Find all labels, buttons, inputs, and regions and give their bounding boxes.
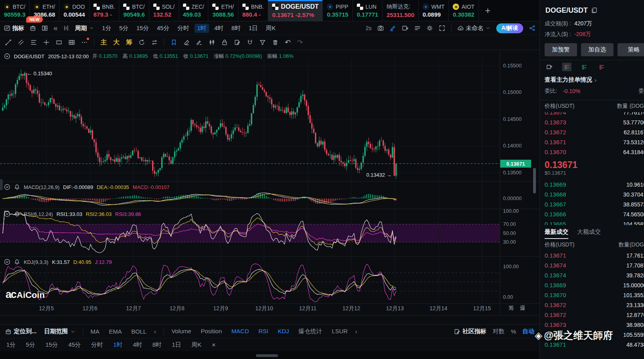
alert-bell-icon[interactable] — [14, 211, 20, 217]
alert-bell-icon[interactable] — [14, 259, 20, 265]
timeframe-button[interactable]: 4时 — [211, 24, 226, 33]
ask-row[interactable]: 0.1367262.81167 — [545, 127, 644, 137]
trades-tab[interactable]: 大额成交 — [577, 228, 601, 236]
gear-icon[interactable] — [427, 25, 433, 31]
ask-row[interactable]: 0.1367353.77700 — [545, 117, 644, 127]
add-panel-icon[interactable] — [545, 63, 554, 71]
ticker-tab[interactable]: BNB.879.3 - — [89, 0, 119, 21]
ticker-tab[interactable]: SOL/132.52 — [149, 0, 179, 21]
trade-row[interactable]: 0.1367117.7612 — [545, 250, 644, 260]
horizontal-scrollbar-thumb[interactable] — [256, 354, 278, 357]
log-scale-button[interactable]: 对数 — [493, 328, 505, 335]
ask-row[interactable]: 0.1367064.31846 — [545, 147, 644, 157]
rewind-icon[interactable]: « — [53, 24, 58, 32]
bottom-timeframe-tab[interactable]: 45分 — [68, 341, 81, 349]
period-dropdown[interactable]: 周期 — [75, 25, 94, 32]
collapse-chevron-icon[interactable] — [4, 211, 10, 217]
cross-line-icon[interactable] — [43, 39, 50, 46]
ma-more-chevron[interactable]: › — [154, 328, 156, 335]
bid-row[interactable]: 0.1366738.85573 — [545, 199, 644, 209]
bottom-timeframe-tab[interactable]: 周K — [191, 341, 201, 349]
ticker-tab[interactable]: BTC/90549.6 — [119, 0, 149, 21]
trades-list[interactable]: 0.1367117.76120.1367417.70870.1367439.78… — [540, 250, 644, 353]
timeframe-button[interactable]: 8时 — [229, 24, 243, 33]
collapse-chevron-icon[interactable] — [4, 259, 10, 265]
rectangle-tool-icon[interactable] — [56, 39, 62, 46]
copy-icon[interactable] — [591, 7, 597, 13]
grid-tool-icon[interactable] — [69, 39, 75, 46]
candle-tool-icon[interactable] — [209, 39, 215, 46]
liq-axis-label[interactable]: 爆 — [520, 305, 526, 312]
trade-row[interactable]: 0.1367338.9808 — [545, 320, 644, 330]
bottom-timeframe-tab[interactable]: 1分 — [6, 341, 15, 349]
ticker-tab[interactable]: BNB.880.4 - — [238, 0, 268, 21]
undo-icon[interactable]: ↶ — [285, 38, 291, 47]
bottom-timeframe-tab[interactable]: 分时 — [91, 341, 103, 349]
trade-row[interactable]: 0.1367223.1330 — [545, 300, 644, 310]
ticker-tab[interactable]: ◆BTC/90559.3 — [0, 0, 29, 21]
magnet-icon[interactable] — [247, 39, 253, 46]
bottom-timeframe-tab[interactable]: 4时 — [133, 341, 142, 349]
sub-indicator-button[interactable]: MACD — [231, 328, 249, 335]
indicator-button[interactable]: 指标 — [4, 25, 24, 32]
community-indicator-button[interactable]: 社区指标 — [454, 328, 486, 335]
timeframe-button[interactable]: 1时 — [194, 24, 209, 33]
ma-overlay-button[interactable]: BOLL — [131, 328, 147, 335]
bottom-timeframe-tab[interactable]: 15分 — [46, 341, 58, 349]
date-range-dropdown[interactable]: 日期范围 — [44, 328, 75, 335]
alert-bell-icon[interactable] — [14, 184, 20, 190]
ticker-tab[interactable]: ◆DOO0.00544 — [59, 0, 89, 21]
timeframe-button[interactable]: 5分 — [116, 24, 131, 33]
ticker-tab[interactable]: LUN0.17771 — [352, 0, 382, 21]
split-layout-icon[interactable] — [42, 25, 48, 31]
ticker-tab[interactable]: 纳斯达克:25311.500 — [382, 0, 418, 21]
trade-row[interactable]: 0.1366915.00000 — [545, 280, 644, 290]
trade-row[interactable]: 0.13670101.3552 — [545, 290, 644, 300]
bids-list[interactable]: 0.1366910.96160.1366830.370410.1366738.8… — [540, 180, 644, 225]
timeframe-button[interactable]: 1日 — [246, 24, 261, 33]
more-tools-icon[interactable] — [81, 39, 88, 46]
chart-scrollbar-thumb[interactable] — [533, 168, 536, 193]
fullscreen-icon[interactable] — [439, 25, 445, 31]
bookmark-icon[interactable] — [171, 39, 177, 46]
sub-indicator-button[interactable]: Position — [201, 328, 222, 335]
bid-row[interactable]: 0.1366674.56508 — [545, 209, 644, 219]
percent-scale-button[interactable]: % — [511, 328, 516, 335]
timeframe-button[interactable]: 45分 — [154, 24, 172, 33]
bottom-timeframe-tab[interactable]: 8时 — [152, 341, 162, 349]
book-bids-icon[interactable] — [579, 63, 589, 71]
trade-row[interactable]: 0.1367212.8776 — [545, 310, 644, 320]
collapse-chevron-icon[interactable] — [4, 184, 10, 190]
volume-profile-icon[interactable] — [63, 25, 70, 31]
timeframe-button[interactable]: 分时 — [175, 24, 192, 33]
side-action-button[interactable]: 加自选 — [581, 43, 614, 56]
list-settings-icon[interactable] — [414, 25, 421, 31]
ticker-tab[interactable]: ◉AIOT0.30382 — [448, 0, 478, 21]
ask-row[interactable]: 0.1367477.76176 — [545, 112, 644, 117]
trash-icon[interactable] — [272, 39, 278, 46]
collapse-chevron-icon[interactable] — [4, 53, 10, 59]
box-tool-icon[interactable] — [30, 25, 36, 31]
filter-funnel-icon[interactable] — [259, 39, 266, 46]
locate-button[interactable]: 定位到... — [5, 328, 37, 335]
side-action-button[interactable]: 加预警 — [545, 43, 577, 56]
sub-indicator-button[interactable]: LSUR — [332, 328, 348, 335]
ticker-tab[interactable]: DOGE/USDT0.13671 -2.57% — [268, 0, 322, 21]
bid-row[interactable]: 0.1366830.37041 — [545, 189, 644, 199]
redo-icon[interactable]: ↷ — [297, 38, 303, 47]
left-collapse-handle[interactable] — [0, 179, 3, 190]
note-edit-icon[interactable] — [234, 39, 240, 46]
trend-line-icon[interactable] — [5, 39, 11, 46]
lock-icon[interactable] — [221, 39, 228, 46]
bid-row[interactable]: 0.1366910.9616 — [545, 180, 644, 189]
cn-tool-0[interactable]: 主 — [101, 38, 107, 47]
ticker-tab[interactable]: ♦PIPP0.35715 — [322, 0, 352, 21]
auto-scale-button[interactable]: 自动 — [522, 328, 534, 335]
add-pane-icon[interactable] — [402, 25, 408, 31]
ask-row[interactable]: 0.1367173.53126 — [545, 137, 644, 147]
bottom-timeframe-tab[interactable]: 1日 — [172, 341, 181, 349]
ticker-tab[interactable]: ♦WMT0.0899 — [418, 0, 448, 21]
main-orders-link[interactable]: 查看主力挂单情况 › — [540, 74, 644, 86]
timeframe-button[interactable]: 1分 — [99, 24, 114, 33]
timeframe-button[interactable]: 15分 — [133, 24, 152, 33]
